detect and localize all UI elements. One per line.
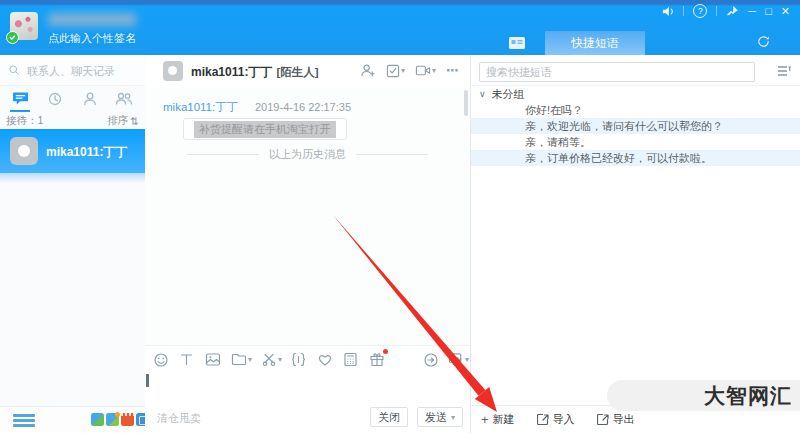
- user-name-redacted: [48, 13, 136, 26]
- calculator-icon[interactable]: [343, 352, 358, 367]
- window-controls: ? ─ □ ✕: [661, 4, 790, 18]
- tab-groups[interactable]: [115, 91, 133, 107]
- caret-down-icon: ▾: [451, 413, 455, 422]
- screenshot-scissors-icon[interactable]: ▾: [261, 352, 282, 367]
- chat-item-name: mika1011:丁丁: [46, 144, 127, 161]
- selected-tab-underline: [10, 110, 30, 112]
- tab-quick-phrases[interactable]: 快捷短语: [545, 31, 645, 55]
- minimize-button[interactable]: ─: [748, 5, 756, 17]
- chat-title: mika1011:丁丁[陌生人]: [191, 64, 319, 81]
- message-sender[interactable]: mika1011:丁丁: [163, 100, 238, 115]
- tab-recent[interactable]: [47, 91, 63, 107]
- message-bubble: 补货提醒请在手机淘宝打开: [183, 118, 347, 140]
- chat-list-item-selected[interactable]: mika1011:丁丁: [0, 129, 145, 173]
- help-icon[interactable]: ?: [693, 4, 707, 18]
- caret-down-icon: ▾: [432, 66, 436, 75]
- sidebar: 接待：1 排序 ⇅ mika1011:丁丁: [0, 55, 146, 433]
- file-folder-icon[interactable]: ▾: [231, 352, 252, 366]
- emoji-icon[interactable]: [153, 352, 169, 368]
- sort-control[interactable]: 排序 ⇅: [107, 114, 139, 128]
- signature-placeholder[interactable]: 点此输入个性签名: [48, 31, 136, 46]
- workbench-icon[interactable]: [91, 413, 104, 426]
- user-avatar[interactable]: [10, 12, 38, 40]
- phrase-search-input[interactable]: [479, 62, 755, 82]
- phrase-group-header[interactable]: ∨ 未分组: [471, 85, 800, 102]
- close-chat-button[interactable]: 关闭: [370, 407, 408, 427]
- image-icon[interactable]: [205, 352, 221, 367]
- send-button[interactable]: 发送▾: [417, 407, 463, 427]
- video-camera-icon: [415, 64, 431, 77]
- phrase-item[interactable]: 亲，请稍等。: [471, 134, 800, 150]
- caret-down-icon: ▾: [401, 66, 405, 75]
- more-icon[interactable]: ⋯: [446, 64, 460, 78]
- phrase-item[interactable]: 你好!在吗？: [471, 102, 800, 118]
- people-icon: [115, 91, 133, 107]
- volume-icon[interactable]: [661, 5, 674, 18]
- quick-reply-icon[interactable]: [423, 352, 439, 368]
- folder-badge-icon[interactable]: [106, 413, 119, 426]
- pin-icon[interactable]: [726, 5, 739, 18]
- new-phrase-button[interactable]: + 新建: [481, 412, 515, 427]
- search-icon: [8, 64, 20, 76]
- export-icon: [597, 414, 609, 426]
- chat-footer: 清仓甩卖 关闭 发送▾: [145, 400, 470, 433]
- caret-down-icon: ▾: [278, 355, 282, 364]
- group-label: 未分组: [492, 87, 525, 102]
- plus-icon: +: [481, 414, 489, 426]
- add-contact-icon[interactable]: [360, 63, 376, 78]
- chat-bubble-icon: [12, 91, 29, 106]
- task-menu[interactable]: ▾: [386, 64, 405, 78]
- send-item-icon[interactable]: [291, 352, 306, 367]
- id-card-icon: [508, 36, 526, 50]
- message-text: 补货提醒请在手机淘宝打开: [194, 121, 336, 138]
- maximize-button[interactable]: □: [765, 5, 772, 17]
- refresh-icon[interactable]: [756, 34, 771, 49]
- list-view-icon[interactable]: [778, 66, 791, 77]
- favorite-icon[interactable]: [317, 352, 333, 367]
- chat-item-avatar: [10, 137, 38, 165]
- message-timestamp: 2019-4-16 22:17:35: [255, 101, 351, 113]
- caret-down-icon: ▾: [248, 355, 252, 364]
- title-bar: ? ─ □ ✕ 点此输入个性签名 快捷短语: [0, 0, 800, 55]
- tab-contact-card[interactable]: [497, 31, 537, 55]
- font-icon[interactable]: [179, 352, 194, 367]
- person-icon: [82, 91, 98, 107]
- video-call-menu[interactable]: ▾: [415, 64, 436, 77]
- import-button[interactable]: 导入: [537, 412, 575, 427]
- watermark: 大智网汇: [607, 380, 800, 411]
- sidebar-search-input[interactable]: [25, 60, 139, 82]
- chevron-down-icon: ∨: [479, 89, 486, 99]
- sidebar-search: [0, 55, 145, 86]
- phrase-item[interactable]: 亲，订单价格已经改好，可以付款啦。: [471, 150, 800, 166]
- sidebar-taskbar: [0, 406, 145, 433]
- remote-screen-icon[interactable]: ▾: [448, 352, 469, 366]
- sort-arrows-icon: ⇅: [130, 115, 139, 127]
- notification-dot: [383, 349, 388, 354]
- online-status-badge: [6, 31, 19, 44]
- checklist-icon: [386, 64, 400, 78]
- phrase-item[interactable]: 亲，欢迎光临，请问有什么可以帮您的？: [471, 118, 800, 134]
- shop-icon[interactable]: [121, 413, 134, 426]
- quick-phrase-panel: ∨ 未分组 你好!在吗？ 亲，欢迎光临，请问有什么可以帮您的？ 亲，请稍等。 亲…: [470, 55, 800, 433]
- menu-icon[interactable]: [13, 414, 35, 429]
- message-area[interactable]: mika1011:丁丁 2019-4-16 22:17:35 补货提醒请在手机淘…: [145, 88, 470, 345]
- phrase-list: 你好!在吗？ 亲，欢迎光临，请问有什么可以帮您的？ 亲，请稍等。 亲，订单价格已…: [471, 102, 800, 166]
- tab-chats[interactable]: [12, 91, 29, 106]
- input-hint-text: 清仓甩卖: [157, 411, 201, 426]
- text-cursor: [146, 374, 149, 387]
- divider: [683, 6, 684, 16]
- gift-icon[interactable]: [369, 352, 385, 367]
- export-button[interactable]: 导出: [597, 412, 635, 427]
- divider: [716, 6, 717, 16]
- tab-contacts[interactable]: [82, 91, 98, 107]
- caret-down-icon: ▾: [465, 355, 469, 364]
- import-icon: [537, 414, 549, 426]
- close-button[interactable]: ✕: [781, 5, 790, 17]
- scrollbar-thumb[interactable]: [464, 90, 468, 116]
- reception-count: 接待：1: [6, 114, 43, 128]
- chat-toolbar: ▾ ▾ ▾: [145, 345, 470, 374]
- chat-title-avatar: [163, 61, 183, 81]
- stranger-tag: [陌生人]: [276, 66, 318, 78]
- sidebar-tabs: [0, 85, 145, 113]
- history-divider: 以上为历史消息: [145, 146, 470, 162]
